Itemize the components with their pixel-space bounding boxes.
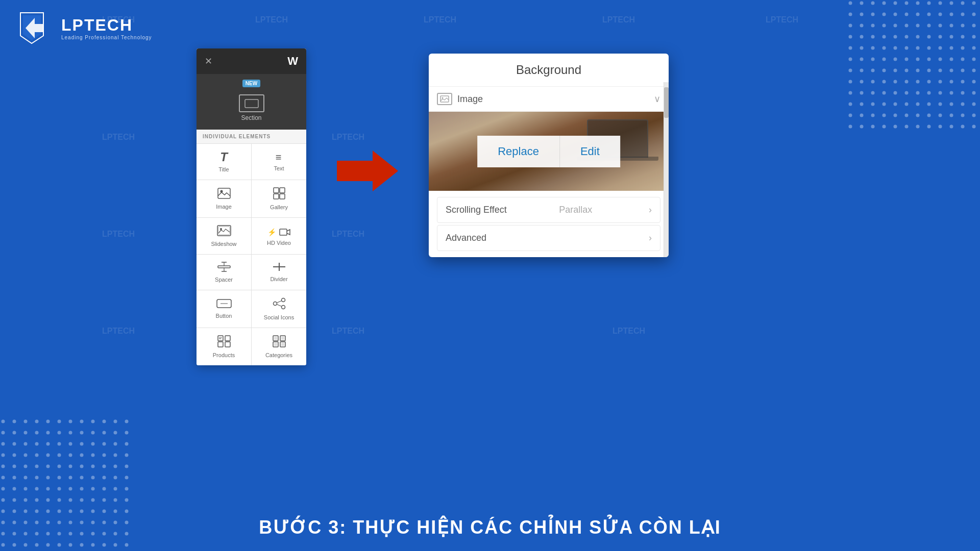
background-panel: Background Image ∨ Replace Edit xyxy=(429,54,669,257)
element-item-image[interactable]: Image xyxy=(197,180,251,217)
bg-image-preview: Replace Edit xyxy=(429,112,669,191)
elements-grid: T Title ≡ Text Image xyxy=(197,144,306,365)
element-label-gallery: Gallery xyxy=(270,204,288,210)
section-item[interactable]: Section xyxy=(201,90,302,126)
svg-rect-35 xyxy=(218,342,223,347)
bg-panel-scrollbar[interactable] xyxy=(664,82,669,257)
element-item-gallery[interactable]: Gallery xyxy=(252,180,306,217)
element-item-social-icons[interactable]: Social Icons xyxy=(252,290,306,328)
element-label-text: Text xyxy=(274,165,284,171)
social-icons-icon xyxy=(273,297,286,311)
advanced-row[interactable]: Advanced › xyxy=(437,225,660,251)
bottom-text: BƯỚC 3: THỰC HIỆN CÁC CHỈNH SỬA CÒN LẠI xyxy=(0,517,980,538)
panel-logo: W xyxy=(287,55,298,68)
main-content: ✕ W NEW Section INDIVIDUAL ELEMENTS T Ti… xyxy=(197,48,939,520)
svg-point-30 xyxy=(281,306,285,309)
bg-dropdown-arrow: ∨ xyxy=(654,93,660,105)
scrolling-effect-value: Parallax xyxy=(559,205,592,215)
panel-close-button[interactable]: ✕ xyxy=(205,56,212,67)
scrollbar-thumb xyxy=(664,87,669,118)
arrow-area xyxy=(337,151,398,191)
svg-rect-8 xyxy=(218,188,230,198)
svg-marker-47 xyxy=(337,151,398,191)
element-item-hd-video[interactable]: ⚡ HD Video xyxy=(252,218,306,254)
element-label-products: Products xyxy=(213,352,235,358)
element-item-categories[interactable]: Categories xyxy=(252,328,306,365)
svg-rect-33 xyxy=(218,336,223,341)
svg-rect-17 xyxy=(280,229,287,235)
svg-rect-46 xyxy=(281,343,284,346)
divider-icon xyxy=(273,262,286,273)
products-icon xyxy=(217,335,231,349)
element-label-button: Button xyxy=(216,313,232,319)
element-item-button[interactable]: Button xyxy=(197,290,251,328)
svg-rect-11 xyxy=(280,188,285,193)
svg-line-32 xyxy=(277,305,282,307)
svg-point-29 xyxy=(273,302,277,306)
watermark-6: LPTECH xyxy=(102,133,135,142)
logo-text-block: LPTECH Leading Professional Technology xyxy=(61,16,152,40)
svg-rect-13 xyxy=(280,194,285,199)
element-item-slideshow[interactable]: Slideshow xyxy=(197,218,251,254)
element-item-divider[interactable]: Divider xyxy=(252,255,306,290)
spacer-icon xyxy=(217,262,231,273)
element-label-social-icons: Social Icons xyxy=(264,314,294,320)
preview-buttons: Replace Edit xyxy=(477,136,620,167)
watermark-2: LPTECH xyxy=(255,15,288,24)
text-icon: ≡ xyxy=(276,152,283,162)
bg-options: Scrolling Effect Parallax › Advanced › xyxy=(429,191,669,257)
panel-section-new: NEW Section xyxy=(197,74,306,130)
element-item-spacer[interactable]: Spacer xyxy=(197,255,251,290)
bg-panel-title: Background xyxy=(429,54,669,87)
advanced-arrow: › xyxy=(649,233,652,243)
svg-rect-43 xyxy=(274,337,277,340)
svg-rect-18 xyxy=(218,266,230,268)
panel-header: ✕ W xyxy=(197,48,306,74)
svg-rect-36 xyxy=(225,342,230,347)
logo-subtitle: Leading Professional Technology xyxy=(61,35,152,40)
replace-button[interactable]: Replace xyxy=(477,136,559,167)
svg-line-31 xyxy=(277,301,282,303)
watermark-11: LPTECH xyxy=(102,327,135,336)
svg-point-49 xyxy=(442,97,444,99)
watermark-3: LPTECH xyxy=(424,15,456,24)
bg-image-type-label: Image xyxy=(457,94,649,105)
hd-video-icon: ⚡ xyxy=(267,226,290,237)
svg-rect-45 xyxy=(274,343,277,346)
element-label-slideshow: Slideshow xyxy=(211,241,236,247)
svg-rect-12 xyxy=(274,194,279,199)
gallery-icon xyxy=(273,187,285,201)
svg-point-28 xyxy=(281,298,285,302)
element-item-text[interactable]: ≡ Text xyxy=(252,144,306,180)
element-label-categories: Categories xyxy=(265,352,292,358)
element-label-title: Title xyxy=(218,166,229,172)
edit-button[interactable]: Edit xyxy=(559,136,620,167)
widget-panel: ✕ W NEW Section INDIVIDUAL ELEMENTS T Ti… xyxy=(197,48,306,365)
svg-rect-10 xyxy=(274,188,279,193)
section-icon xyxy=(239,94,264,112)
element-item-title[interactable]: T Title xyxy=(197,144,251,180)
logo-area: LPTECH Leading Professional Technology xyxy=(15,10,152,46)
element-item-products[interactable]: Products xyxy=(197,328,251,365)
image-icon xyxy=(217,188,231,201)
scrolling-effect-arrow: › xyxy=(649,205,652,215)
individual-elements-header: INDIVIDUAL ELEMENTS xyxy=(197,130,306,144)
scrolling-effect-row[interactable]: Scrolling Effect Parallax › xyxy=(437,197,660,223)
element-label-hd-video: HD Video xyxy=(267,240,291,246)
title-icon: T xyxy=(220,151,228,163)
lightning-icon: ⚡ xyxy=(267,228,276,236)
logo-name: LPTECH xyxy=(61,16,152,35)
element-label-divider: Divider xyxy=(270,276,287,282)
watermark-5: LPTECH xyxy=(766,15,798,24)
slideshow-icon xyxy=(217,225,231,238)
watermark-4: LPTECH xyxy=(602,15,635,24)
advanced-label: Advanced xyxy=(446,233,486,243)
bg-image-row[interactable]: Image ∨ xyxy=(429,87,669,112)
element-label-image: Image xyxy=(216,204,232,210)
right-arrow xyxy=(337,151,398,191)
categories-icon xyxy=(273,335,286,349)
logo-icon xyxy=(15,10,56,46)
section-label: Section xyxy=(241,114,261,121)
svg-rect-7 xyxy=(245,99,258,108)
image-type-icon xyxy=(437,93,452,105)
